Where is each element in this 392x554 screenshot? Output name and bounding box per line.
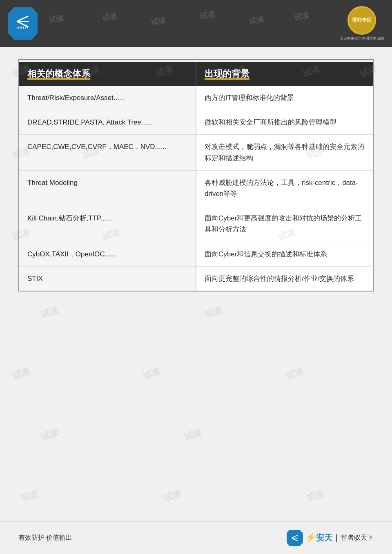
footer-left-text: 有效防护 价值输出 [18,534,72,542]
footer-brand-tagline: 智者驭天下 [341,534,374,542]
body-watermark-15: 试读 [11,365,32,382]
table-row: STIX 面向更完整的综合性的情报分析/作业/交换的体系 [19,266,373,291]
body-watermark-19: 试读 [182,426,203,443]
table-cell-col2: 西方的IT管理和标准化的背景 [196,86,373,110]
badge-subtitle: 安天网络安全冬训营第四期 [340,36,384,41]
body-watermark-17: 试读 [284,365,305,382]
col2-header: 出现的背景 [196,62,373,86]
header-badge: 讲师专区 安天网络安全冬训营第四期 [340,6,384,41]
table-cell-col2: 面向Cyber和更高强度的攻击和对抗的场景的分析工具和分析方法 [196,206,373,242]
table-cell-col1: Kill Chain,钻石分析,TTP...... [19,206,196,242]
table-cell-col1: Threat Modeling [19,170,196,206]
badge-main-text: 讲师专区 [352,17,372,24]
body-watermark-21: 试读 [162,487,183,505]
table-row: CybOX,TAXII，OpenIOC...... 面向Cyber和信息交换的描… [19,242,373,266]
main-table: 相关的概念体系 出现的背景 Threat/Risk/Exposure/Asset… [19,62,373,291]
logo-shape: ANTIY [8,7,38,40]
body-watermark-14: 试读 [203,303,224,321]
footer-logo-lines [292,536,298,540]
header-watermark-5: 试读 [248,14,265,27]
table-cell-col1: CybOX,TAXII，OpenIOC...... [19,242,196,266]
col2-header-text: 出现的背景 [205,69,249,79]
body-watermark-18: 试读 [39,426,60,443]
logo: ANTIY [8,7,38,40]
footer: 有效防护 价值输出 ⚡安天 | 智者驭天下 [0,521,392,554]
header-watermark-1: 试读 [48,13,65,25]
header: 试读 试读 试读 试读 试读 试读 ANTIY 讲师专区 安天网络安全冬训营第四… [0,0,392,47]
footer-brand-name: ⚡安天 [305,532,332,543]
header-watermark-3: 试读 [150,15,167,27]
footer-logo-icon [287,530,303,546]
body-watermark-22: 试读 [305,487,326,505]
table-row: DREAD,STRIDE,PASTA, Attack Tree...... 微软… [19,110,373,135]
table-cell-col1: DREAD,STRIDE,PASTA, Attack Tree...... [19,110,196,135]
badge-circle: 讲师专区 [347,6,376,35]
table-cell-col2: 面向Cyber和信息交换的描述和标准体系 [196,242,373,266]
col1-header: 相关的概念体系 [19,62,196,86]
table-row: CAPEC,CWE,CVE,CVRF，MAEC，NVD...... 对攻击模式，… [19,135,373,170]
table-cell-col1: Threat/Risk/Exposure/Asset...... [19,86,196,110]
header-watermark-4: 试读 [199,9,216,21]
table-cell-col2: 对攻击模式，脆弱点，漏洞等各种基础的安全元素的标定和描述结构 [196,135,373,170]
badge-inner-text: 讲师专区 [352,17,372,24]
main-content: 相关的概念体系 出现的背景 Threat/Risk/Exposure/Asset… [0,47,392,304]
logo-lines [17,18,29,25]
footer-lightning-icon: ⚡ [305,532,316,543]
body-watermark-16: 试读 [141,365,163,382]
header-watermark-2: 试读 [101,11,118,23]
footer-right: ⚡安天 | 智者驭天下 [287,530,374,546]
table-header-row: 相关的概念体系 出现的背景 [19,62,373,86]
header-watermark-6: 试读 [293,10,310,22]
table-cell-col1: STIX [19,266,196,291]
table-cell-col2: 面向更完整的综合性的情报分析/作业/交换的体系 [196,266,373,291]
table-cell-col2: 各种威胁建模的方法论，工具，risk-centric，data-driven等等 [196,170,373,206]
table-row: Threat/Risk/Exposure/Asset...... 西方的IT管理… [19,86,373,110]
table-body: Threat/Risk/Exposure/Asset...... 西方的IT管理… [19,86,373,291]
footer-sep: | [336,533,338,543]
table-cell-col2: 微软和相关安全厂商所推出的风险管理模型 [196,110,373,135]
table-row: Threat Modeling 各种威胁建模的方法论，工具，risk-centr… [19,170,373,206]
table-wrapper: 相关的概念体系 出现的背景 Threat/Risk/Exposure/Asset… [18,59,374,291]
body-watermark-13: 试读 [39,303,60,321]
col1-header-text: 相关的概念体系 [27,69,90,79]
table-row: Kill Chain,钻石分析,TTP...... 面向Cyber和更高强度的攻… [19,206,373,242]
body-watermark-20: 试读 [19,487,40,505]
table-cell-col1: CAPEC,CWE,CVE,CVRF，MAEC，NVD...... [19,135,196,170]
